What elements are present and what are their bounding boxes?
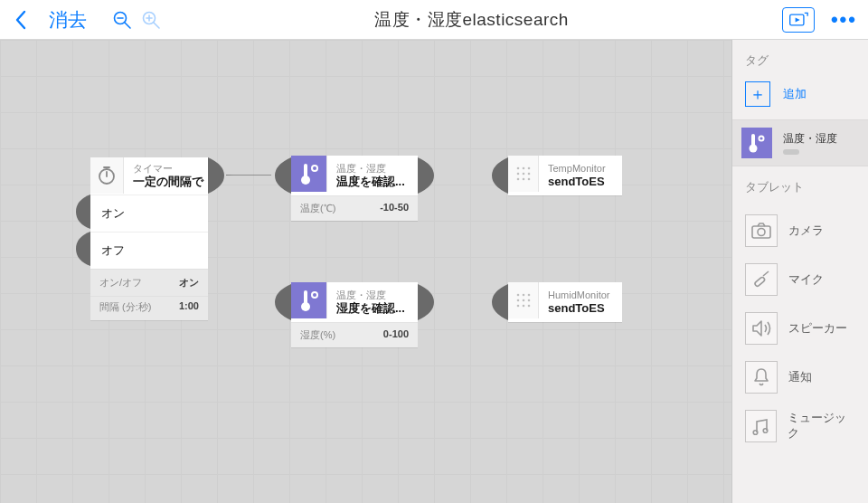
sidebar-item-music[interactable]: ミュージック: [741, 402, 859, 451]
sidebar-item-label: マイク: [788, 272, 824, 288]
meta-label: 間隔 (分:秒): [99, 300, 151, 314]
svg-point-21: [516, 178, 519, 181]
sidebar-tablet-title: タブレット: [732, 166, 868, 203]
node-label: sendToES: [548, 175, 606, 189]
input-port-off[interactable]: [74, 232, 90, 266]
zoom-group: [112, 10, 161, 30]
code-icon: [508, 282, 539, 318]
svg-rect-38: [751, 134, 755, 147]
svg-point-46: [764, 429, 769, 433]
input-port[interactable]: [488, 156, 508, 192]
svg-point-28: [516, 294, 519, 297]
output-port[interactable]: [418, 156, 438, 192]
node-label: 湿度を確認...: [336, 301, 409, 316]
svg-line-1: [125, 23, 130, 28]
node-label: 一定の間隔で: [133, 175, 199, 189]
meta-value: オン: [179, 276, 199, 289]
timer-off-row[interactable]: オフ: [90, 232, 208, 269]
svg-point-22: [522, 167, 524, 170]
svg-point-23: [522, 173, 524, 176]
temperature-icon: [291, 156, 327, 192]
svg-point-45: [754, 431, 759, 435]
output-port[interactable]: [208, 157, 228, 194]
svg-point-36: [527, 305, 530, 308]
sidebar-item-label: スピーカー: [788, 321, 847, 337]
svg-point-33: [522, 305, 524, 308]
svg-point-25: [527, 167, 530, 170]
sidebar-item-mic[interactable]: マイク: [741, 255, 859, 304]
zoom-out-button[interactable]: [112, 10, 132, 30]
meta-value: 0-100: [383, 328, 409, 342]
svg-point-20: [516, 173, 519, 176]
input-port[interactable]: [271, 156, 291, 192]
output-port[interactable]: [418, 282, 438, 318]
back-button[interactable]: [9, 6, 33, 33]
sidebar-item-label: 通知: [788, 370, 812, 385]
svg-point-18: [313, 293, 316, 297]
svg-point-14: [313, 166, 316, 170]
plus-icon: ＋: [745, 81, 770, 107]
timer-interval-meta: 間隔 (分:秒) 1:00: [90, 296, 208, 320]
app-header: 消去 温度・湿度elasticsearch •••: [0, 0, 868, 40]
svg-rect-12: [304, 164, 307, 178]
svg-point-31: [522, 294, 524, 297]
svg-rect-16: [304, 290, 307, 305]
tag-indicator: [783, 149, 799, 155]
node-category: HumidMonitor: [548, 289, 609, 301]
sidebar-item-speaker[interactable]: スピーカー: [741, 304, 859, 353]
svg-point-42: [758, 229, 765, 236]
timer-off-label: オフ: [101, 242, 125, 259]
sidebar-item-camera[interactable]: カメラ: [741, 206, 859, 255]
sidebar: タグ ＋ 追加 温度・湿度 タブレット カメラ: [732, 40, 868, 503]
code-icon: [508, 156, 539, 192]
input-port-on[interactable]: [74, 195, 90, 229]
sidebar-tags-title: タグ: [732, 40, 868, 76]
node-label: 温度を確認...: [336, 175, 409, 189]
node-category: タイマー: [133, 163, 199, 175]
svg-line-4: [154, 23, 159, 28]
node-humidity[interactable]: 温度・湿度 湿度を確認... 湿度(%) 0-100: [291, 282, 418, 347]
meta-value: 1:00: [179, 300, 199, 314]
meta-label: 湿度(%): [300, 328, 335, 342]
svg-rect-43: [754, 277, 765, 288]
node-meta: 湿度(%) 0-100: [291, 322, 418, 347]
bell-icon: [745, 361, 778, 394]
flow-canvas[interactable]: タイマー 一定の間隔で オン オフ オン/オフ: [0, 40, 732, 503]
timer-on-row[interactable]: オン: [90, 195, 208, 232]
temperature-icon: [741, 128, 772, 158]
svg-line-44: [763, 271, 769, 276]
node-script-temp[interactable]: TempMonitor sendToES: [508, 156, 622, 195]
zoom-in-button: [141, 10, 161, 30]
zoom-in-icon: [141, 10, 161, 30]
node-temperature[interactable]: 温度・湿度 温度を確認... 温度(℃) -10-50: [291, 156, 418, 221]
more-button[interactable]: •••: [826, 5, 859, 35]
mic-icon: [745, 263, 778, 296]
svg-point-26: [527, 173, 530, 176]
camera-icon: [745, 214, 778, 247]
zoom-out-icon: [112, 10, 132, 30]
input-port[interactable]: [488, 282, 508, 318]
svg-point-34: [527, 294, 530, 297]
svg-point-27: [527, 178, 530, 181]
meta-value: -10-50: [380, 202, 409, 215]
node-timer[interactable]: タイマー 一定の間隔で オン オフ オン/オフ: [90, 157, 208, 320]
node-label: sendToES: [548, 301, 609, 316]
run-icon: [788, 11, 808, 29]
run-button[interactable]: [782, 7, 815, 33]
input-port[interactable]: [271, 282, 291, 318]
humidity-icon: [291, 282, 327, 318]
node-script-humid[interactable]: HumidMonitor sendToES: [508, 282, 622, 322]
sidebar-tag-temperature[interactable]: 温度・湿度: [732, 119, 868, 166]
add-tag-button[interactable]: ＋ 追加: [732, 76, 868, 119]
speaker-icon: [745, 312, 778, 345]
sidebar-item-notification[interactable]: 通知: [741, 353, 859, 402]
svg-point-24: [522, 178, 524, 181]
svg-point-32: [522, 299, 524, 302]
sidebar-tag-label: 温度・湿度: [783, 131, 837, 147]
clear-button[interactable]: 消去: [43, 4, 92, 36]
meta-label: 温度(℃): [300, 202, 335, 215]
timer-icon: [90, 157, 124, 194]
svg-point-35: [527, 299, 530, 302]
wires: [0, 40, 271, 176]
node-category: 温度・湿度: [336, 289, 409, 301]
